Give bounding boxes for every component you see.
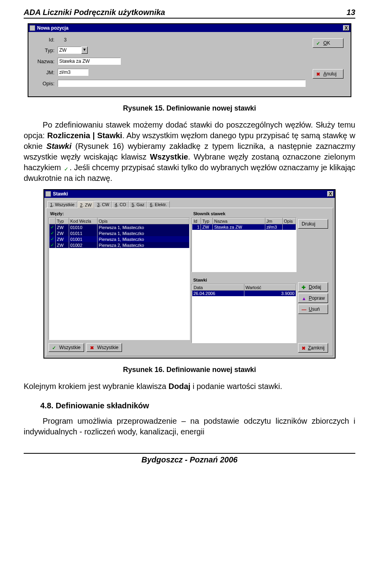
name-input[interactable]: Stawka za ZW <box>58 58 121 65</box>
x-icon: ✖ <box>316 71 321 76</box>
cancel-button[interactable]: ✖ Anuluj <box>313 69 343 79</box>
tab-zw[interactable]: 2. ZW <box>77 201 94 208</box>
print-button[interactable]: Drukuj <box>298 219 328 229</box>
tab-co[interactable]: 4. CO <box>112 201 129 208</box>
x-icon: ✖ <box>302 346 306 350</box>
table-row[interactable]: 1 ZW Stawka za ZW zł/m3 <box>192 224 296 230</box>
deselect-all-button[interactable]: ✖ Wszystkie <box>86 343 122 352</box>
figure-caption-15: Rysunek 15. Definiowanie nowej stawki <box>24 104 355 113</box>
window-icon <box>45 191 51 197</box>
figure-caption-16: Rysunek 16. Definiowanie nowej stawki <box>24 366 355 374</box>
id-label: Id: <box>32 37 58 43</box>
name-label: Nazwa: <box>32 58 58 64</box>
ok-button[interactable]: ✓ OK <box>313 38 343 48</box>
section-heading: 4.8. Definiowanie składników <box>40 401 355 410</box>
wezly-label: Węzły: <box>49 211 190 216</box>
triangle-icon: ▲ <box>302 296 306 301</box>
jm-input[interactable]: zł/m3 <box>58 69 88 76</box>
check-icon: ✓ <box>316 41 321 45</box>
check-icon: ✓ <box>63 165 69 171</box>
page-header-number: 13 <box>347 8 355 17</box>
opis-label: Opis: <box>32 81 58 86</box>
page-footer: Bydgoszcz - Poznań 2006 <box>24 453 355 464</box>
check-icon: ✓ <box>52 345 57 350</box>
edit-button[interactable]: ▲ Popraw <box>298 293 328 303</box>
close-button[interactable]: X <box>327 191 334 197</box>
slownik-grid[interactable]: Id Typ Nazwa Jm Opis 1 ZW Stawka za ZW <box>191 218 296 272</box>
table-row[interactable]: ✓ ZW 01010 Pierwsza 1, Miasteczko <box>49 224 190 231</box>
paragraph-2: Kolejnym krokiem jest wybranie klawisza … <box>24 381 355 392</box>
delete-button[interactable]: — Usuń <box>298 304 328 314</box>
select-all-button[interactable]: ✓ Wszystkie <box>49 343 84 352</box>
table-row[interactable]: ✓ ZW 01011 Pierwsza 1, Miasteczko <box>49 230 190 236</box>
table-row[interactable]: ✓ ZW 01002 Pierwsza 2, Miasteczko <box>49 242 190 248</box>
table-row[interactable]: ✓ ZW 01001 Pierwsza 1, Miasteczko <box>49 236 190 242</box>
dialog-nowa-pozycja: Nowa pozycja X Id: 3 Typ: ZW ▼ Nazwa: <box>28 23 351 97</box>
x-icon: ✖ <box>90 345 95 350</box>
close-button[interactable]: X <box>343 25 349 31</box>
table-row[interactable]: 26.04.2006 3.9000 <box>192 291 296 297</box>
jm-label: JM: <box>32 70 58 75</box>
type-combo[interactable]: ZW <box>58 47 81 54</box>
id-value: 3 <box>58 37 67 43</box>
tab-cw[interactable]: 3. CW <box>94 201 112 208</box>
tab-elektr[interactable]: 6. Elektr. <box>147 201 170 208</box>
window-icon <box>30 25 35 31</box>
window-title: Stawki <box>53 191 327 197</box>
slownik-label: Słownik stawek <box>191 211 296 216</box>
wezly-grid[interactable]: Typ Kod Wezla Opis ✓ ZW 01010 Pierwsza 1… <box>49 218 190 340</box>
stawki-label: Stawki <box>191 278 296 282</box>
type-combo-dropdown[interactable]: ▼ <box>81 47 88 54</box>
window-title: Nowa pozycja <box>37 25 343 31</box>
tab-wszystkie[interactable]: 1. Wszystkie <box>47 201 77 208</box>
tab-gaz[interactable]: 5. Gaz <box>129 201 147 208</box>
minus-icon: — <box>302 307 306 312</box>
dialog-stawki: Stawki X 1. Wszystkie 2. ZW 3. CW 4. CO … <box>43 189 336 359</box>
plus-icon: ✚ <box>302 285 306 289</box>
paragraph-3: Program umożliwia przeprowadzenie – na p… <box>24 416 355 437</box>
stawki-grid[interactable]: Data Wartość 26.04.2006 3.9000 <box>191 284 296 343</box>
paragraph-1: Po zdefiniowaniu stawek możemy dodać sta… <box>24 120 355 184</box>
type-label: Typ: <box>32 47 58 53</box>
add-button[interactable]: ✚ Dodaj <box>298 282 328 292</box>
opis-input[interactable] <box>58 80 306 87</box>
page-header-title: ADA Liczniki Podręcznik użytkownika <box>24 8 165 17</box>
close-dialog-button[interactable]: ✖ Zamknij <box>298 343 328 353</box>
